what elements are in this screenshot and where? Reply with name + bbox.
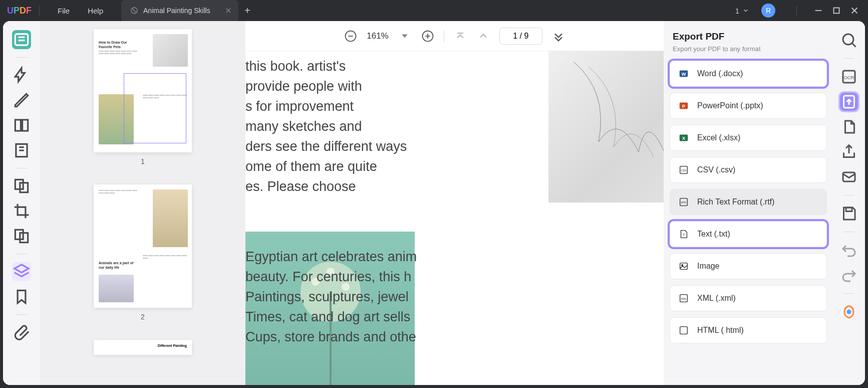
export-csv-option[interactable]: CSV CSV (.csv): [670, 157, 827, 183]
ai-button[interactable]: [840, 303, 858, 321]
document-tab[interactable]: Animal Painting Skills: [121, 0, 238, 21]
save-button[interactable]: [840, 205, 858, 223]
first-page-button[interactable]: [453, 29, 467, 43]
file-menu[interactable]: File: [49, 7, 79, 15]
divider: [39, 6, 40, 16]
document-image-1: [548, 51, 664, 203]
layers-button[interactable]: [12, 262, 31, 281]
zoom-out-button[interactable]: [344, 29, 358, 43]
text-icon: T: [678, 229, 689, 240]
export-image-option[interactable]: Image: [670, 253, 827, 279]
export-xml-option[interactable]: XML XML (.xml): [670, 285, 827, 311]
svg-text:CSV: CSV: [681, 169, 687, 172]
export-button[interactable]: [840, 93, 858, 111]
redact-tool-button[interactable]: [12, 227, 31, 246]
comment-tool-button[interactable]: [12, 66, 31, 85]
svg-line-1: [132, 9, 136, 13]
svg-text:XML: XML: [681, 297, 686, 300]
redo-button[interactable]: [840, 266, 858, 284]
share-button[interactable]: [840, 143, 858, 161]
page-input[interactable]: [499, 28, 542, 45]
reader-mode-button[interactable]: [12, 30, 31, 49]
svg-text:X: X: [682, 136, 686, 141]
export-rtf-option[interactable]: RTF Rich Text Format (.rtf): [670, 189, 827, 215]
tab-title: Animal Painting Skills: [143, 7, 210, 15]
ocr-button[interactable]: OCR: [840, 68, 858, 86]
form-tool-button[interactable]: [12, 141, 31, 160]
page-thumbnail-1[interactable]: How to Draw Our Favorite Pets xxxxx xxxx…: [94, 29, 192, 152]
search-button[interactable]: [840, 31, 858, 49]
email-button[interactable]: [840, 168, 858, 186]
new-tab-button[interactable]: +: [238, 5, 256, 17]
zoom-in-button[interactable]: [421, 29, 435, 43]
page-layout-button[interactable]: [12, 116, 31, 135]
svg-point-45: [682, 265, 683, 266]
minimize-button[interactable]: [813, 5, 824, 16]
svg-marker-20: [15, 265, 29, 273]
workspace-badge[interactable]: 1: [735, 7, 749, 15]
svg-text:P: P: [682, 104, 685, 109]
thumb-number: 1: [141, 157, 145, 165]
app-logo: UPDF: [0, 6, 30, 16]
rtf-icon: RTF: [678, 197, 689, 208]
bookmark-button[interactable]: [12, 287, 31, 306]
svg-line-50: [852, 43, 856, 47]
prev-page-button[interactable]: [476, 29, 490, 43]
zoom-dropdown-button[interactable]: [398, 29, 412, 43]
convert-button[interactable]: [840, 118, 858, 136]
maximize-button[interactable]: [831, 5, 842, 16]
export-title: Export PDF: [670, 31, 827, 42]
svg-rect-56: [846, 208, 852, 212]
right-toolbar: OCR: [833, 21, 865, 385]
svg-text:RTF: RTF: [681, 201, 687, 204]
svg-rect-48: [680, 327, 688, 334]
divider: [796, 6, 797, 16]
organize-pages-button[interactable]: [12, 176, 31, 196]
xml-icon: XML: [678, 293, 689, 304]
page-thumbnail-3[interactable]: Different Painting: [94, 340, 192, 355]
image-icon: [678, 261, 689, 272]
svg-point-57: [847, 310, 851, 314]
html-icon: [678, 325, 689, 336]
export-txt-option[interactable]: T Text (.txt): [670, 221, 827, 247]
user-avatar[interactable]: R: [761, 4, 775, 18]
export-ppt-option[interactable]: P PowerPoint (.pptx): [670, 93, 827, 119]
attachment-button[interactable]: [12, 323, 31, 342]
svg-text:OCR: OCR: [844, 75, 854, 80]
excel-icon: X: [678, 132, 689, 143]
export-word-option[interactable]: W Word (.docx): [670, 61, 827, 87]
svg-point-49: [843, 34, 853, 45]
crop-tool-button[interactable]: [12, 202, 31, 221]
thumb-number: 2: [141, 313, 145, 321]
word-icon: W: [678, 68, 689, 79]
svg-rect-5: [834, 8, 839, 14]
svg-rect-12: [23, 120, 28, 131]
undo-button[interactable]: [840, 241, 858, 259]
document-content[interactable]: this book. artist's provide people with …: [245, 51, 664, 385]
svg-text:W: W: [682, 72, 686, 77]
page-dropdown-button[interactable]: [551, 29, 565, 43]
help-menu[interactable]: Help: [79, 7, 112, 15]
export-subtitle: Export your PDF to any format: [670, 45, 827, 53]
export-html-option[interactable]: HTML ( html): [670, 317, 827, 343]
export-excel-option[interactable]: X Excel (.xlsx): [670, 125, 827, 151]
edit-tool-button[interactable]: [12, 91, 31, 110]
svg-marker-23: [402, 34, 408, 38]
close-tab-icon[interactable]: [224, 7, 232, 15]
powerpoint-icon: P: [678, 100, 689, 111]
svg-rect-11: [15, 120, 21, 131]
svg-text:T: T: [683, 233, 685, 237]
thumbnail-panel: How to Draw Our Favorite Pets xxxxx xxxx…: [40, 21, 245, 385]
zoom-level: 161%: [367, 31, 388, 41]
csv-icon: CSV: [678, 164, 689, 175]
left-toolbar: [3, 21, 40, 385]
page-thumbnail-2[interactable]: xxxxx xxxxx xxxxx xxxxx xxxxx xxxxx xxxx…: [94, 184, 192, 308]
view-toolbar: 161%: [245, 21, 664, 51]
document-view: 161% this book. artist's provide people …: [245, 21, 664, 385]
tab-icon: [130, 7, 138, 15]
export-panel: Export PDF Export your PDF to any format…: [664, 21, 833, 385]
close-window-button[interactable]: [849, 5, 860, 16]
